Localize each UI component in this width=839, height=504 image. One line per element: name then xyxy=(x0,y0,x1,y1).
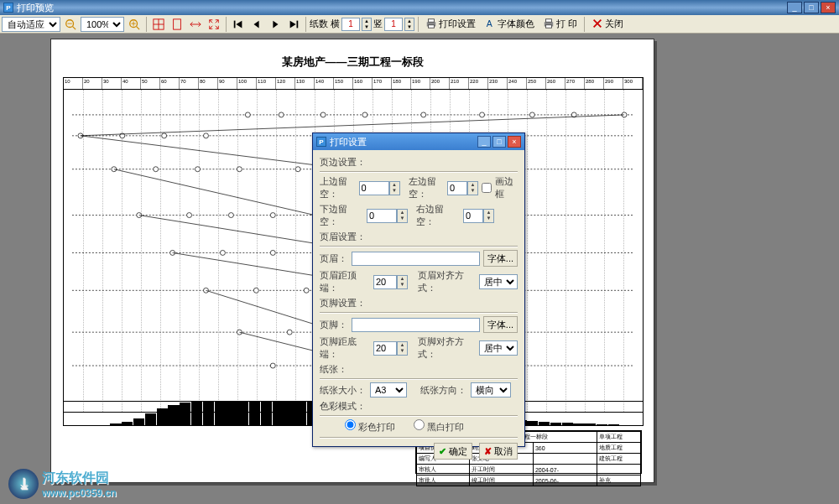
single-page-icon[interactable] xyxy=(169,17,185,32)
svg-point-36 xyxy=(279,112,284,117)
gantt-timeline-header: 102030405060708090100 110120130140150160… xyxy=(64,78,643,90)
svg-line-1 xyxy=(73,26,76,29)
fit-width-icon[interactable] xyxy=(187,17,204,32)
header-dist-spinner[interactable]: ▲▼ xyxy=(397,275,408,289)
print-setup-button[interactable]: 打印设置 xyxy=(422,17,479,32)
paper-dir-combo[interactable]: 横向 xyxy=(471,382,511,397)
svg-point-40 xyxy=(480,112,485,117)
header-dist-input[interactable] xyxy=(373,275,397,289)
header-dist-label: 页眉距顶端： xyxy=(320,269,370,294)
dialog-minimize-button[interactable]: _ xyxy=(477,136,491,148)
bw-print-radio-label[interactable]: 黑白打印 xyxy=(414,419,464,434)
sheets-v-spinner[interactable]: ▲▼ xyxy=(404,18,414,31)
footer-label: 页脚： xyxy=(320,319,348,331)
right-margin-input[interactable] xyxy=(463,209,483,223)
svg-point-57 xyxy=(270,250,275,255)
bw-print-radio[interactable] xyxy=(414,419,425,430)
print-button[interactable]: 打 印 xyxy=(539,17,581,32)
dialog-titlebar[interactable]: P 打印设置 _ □ × xyxy=(313,133,524,150)
fit-page-icon[interactable] xyxy=(206,17,222,32)
footer-input[interactable] xyxy=(352,318,480,332)
document-title: 某房地产——三期工程一标段 xyxy=(51,55,654,70)
bottom-margin-input[interactable] xyxy=(367,209,397,223)
header-font-button[interactable]: 字体... xyxy=(483,250,518,267)
footer-dist-label: 页脚距底端： xyxy=(320,335,370,361)
toolbar: 自动适应 100% 纸数 横 ▲▼ 竖 ▲▼ 打印设置 A 字体颜色 打 印 关… xyxy=(0,15,839,34)
window-minimize-button[interactable]: _ xyxy=(787,2,802,13)
svg-point-45 xyxy=(154,167,159,172)
watermark-line2: www.pc0359.cn xyxy=(42,487,117,499)
border-checkbox[interactable] xyxy=(482,183,492,193)
sheets-h-spinner[interactable]: ▲▼ xyxy=(362,18,372,31)
window-close-button[interactable]: × xyxy=(821,2,836,13)
top-margin-spinner[interactable]: ▲▼ xyxy=(389,181,400,195)
zoom-out-button[interactable] xyxy=(62,17,79,32)
svg-line-4 xyxy=(137,26,140,29)
fit-mode-combo[interactable]: 自动适应 xyxy=(2,17,60,32)
svg-point-68 xyxy=(270,363,275,368)
cancel-button[interactable]: ✘ 取消 xyxy=(479,443,518,460)
footer-align-combo[interactable]: 居中 xyxy=(479,340,518,356)
paper-setup-label: 纸张： xyxy=(320,363,518,376)
sheets-h-input[interactable] xyxy=(341,18,360,31)
paper-size-combo[interactable]: A3 xyxy=(370,382,407,397)
svg-point-37 xyxy=(320,112,326,117)
svg-rect-10 xyxy=(174,18,181,29)
right-margin-label: 右边留空： xyxy=(416,203,460,228)
grid-icon[interactable] xyxy=(150,17,167,32)
zoom-combo[interactable]: 100% xyxy=(81,17,124,32)
svg-point-47 xyxy=(237,167,242,172)
page-setup-label: 页边设置： xyxy=(320,156,518,169)
app-titlebar: P 打印预览 _ □ × xyxy=(0,0,839,15)
font-color-button[interactable]: A 字体颜色 xyxy=(481,17,538,32)
svg-point-33 xyxy=(162,133,167,138)
next-page-button[interactable] xyxy=(267,17,284,32)
dialog-maximize-button[interactable]: □ xyxy=(492,136,506,148)
bottom-margin-label: 下边留空： xyxy=(320,203,363,228)
watermark: ⤓ 河东软件园 www.pc0359.cn xyxy=(8,469,117,499)
header-align-combo[interactable]: 居中 xyxy=(479,274,518,289)
sheets-v-input[interactable] xyxy=(384,18,403,31)
svg-rect-15 xyxy=(429,18,435,22)
watermark-logo-icon: ⤓ xyxy=(8,469,39,499)
header-align-label: 页眉对齐方式： xyxy=(418,269,476,294)
svg-line-73 xyxy=(114,169,315,216)
svg-rect-20 xyxy=(546,24,552,28)
sheets-label: 纸数 横 xyxy=(310,18,340,30)
footer-font-button[interactable]: 字体... xyxy=(483,316,518,333)
dialog-close-button[interactable]: × xyxy=(508,136,521,148)
window-maximize-button[interactable]: □ xyxy=(804,2,819,13)
color-print-radio[interactable] xyxy=(345,419,356,430)
svg-point-41 xyxy=(529,112,534,117)
svg-point-38 xyxy=(362,112,367,117)
svg-point-48 xyxy=(295,167,300,172)
svg-point-66 xyxy=(287,330,292,335)
app-title: 打印预览 xyxy=(17,2,54,14)
ok-button[interactable]: ✔ 确定 xyxy=(434,443,472,460)
footer-dist-spinner[interactable]: ▲▼ xyxy=(397,341,408,356)
bottom-margin-spinner[interactable]: ▲▼ xyxy=(397,209,408,223)
font-icon: A xyxy=(484,18,496,31)
footer-dist-input[interactable] xyxy=(373,341,397,356)
print-setup-dialog: P 打印设置 _ □ × 页边设置： 上边留空： ▲▼ 左边留空： ▲▼ 画边框… xyxy=(312,132,525,447)
prev-page-button[interactable] xyxy=(248,17,265,32)
svg-point-39 xyxy=(421,112,426,117)
close-button[interactable]: 关闭 xyxy=(588,17,627,32)
svg-rect-19 xyxy=(546,18,552,22)
right-margin-spinner[interactable]: ▲▼ xyxy=(483,209,494,223)
header-label: 页眉： xyxy=(320,252,348,265)
header-setup-label: 页眉设置： xyxy=(320,231,518,243)
left-margin-input[interactable] xyxy=(447,181,467,195)
header-input[interactable] xyxy=(352,252,480,266)
first-page-button[interactable] xyxy=(230,17,247,32)
color-print-radio-label[interactable]: 彩色打印 xyxy=(345,419,395,434)
svg-point-53 xyxy=(270,213,275,218)
footer-setup-label: 页脚设置： xyxy=(320,297,518,309)
last-page-button[interactable] xyxy=(285,17,302,32)
left-margin-label: 左边留空： xyxy=(409,175,445,200)
zoom-in-button[interactable] xyxy=(126,17,143,32)
cancel-icon: ✘ xyxy=(484,446,492,457)
top-margin-input[interactable] xyxy=(359,181,389,195)
left-margin-spinner[interactable]: ▲▼ xyxy=(467,181,478,195)
svg-point-56 xyxy=(220,250,225,255)
